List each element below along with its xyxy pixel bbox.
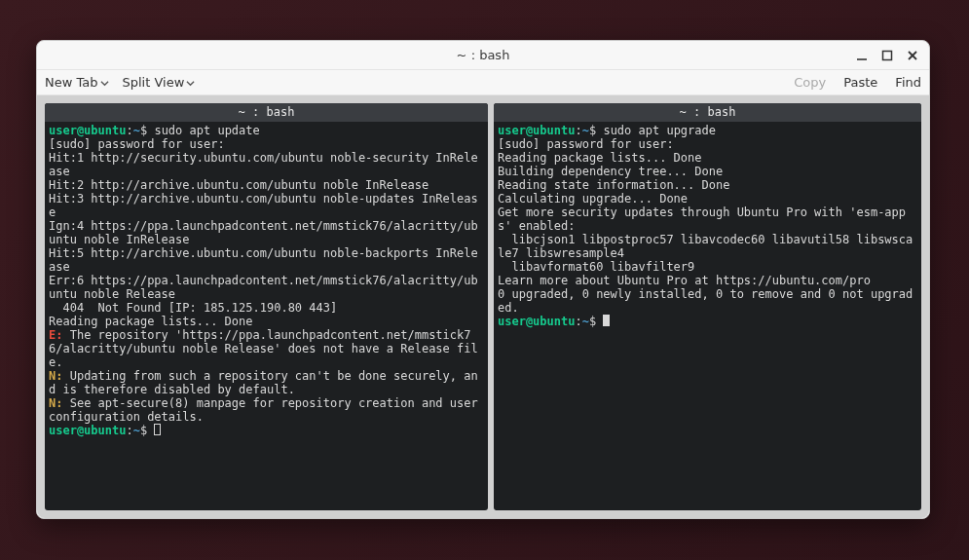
- terminal-output[interactable]: user@ubuntu:~$ sudo apt upgrade [sudo] p…: [494, 122, 921, 510]
- svg-rect-1: [883, 52, 892, 60]
- window-title: ~ : bash: [457, 48, 510, 62]
- maximize-button[interactable]: [876, 45, 898, 66]
- pane-title: ~ : bash: [494, 103, 921, 122]
- find-menu[interactable]: Find: [893, 73, 923, 92]
- terminal-pane-right[interactable]: ~ : bash user@ubuntu:~$ sudo apt upgrade…: [494, 103, 921, 510]
- terminal-window: ~ : bash New Tab Split View Cop: [36, 40, 930, 519]
- paste-menu[interactable]: Paste: [841, 73, 879, 92]
- window-controls: [851, 41, 923, 70]
- menubar: New Tab Split View Copy Paste Find: [37, 70, 929, 95]
- titlebar: ~ : bash: [37, 41, 929, 70]
- copy-menu: Copy: [792, 73, 828, 92]
- new-tab-menu[interactable]: New Tab: [43, 73, 111, 92]
- minimize-button[interactable]: [851, 45, 873, 66]
- pane-title: ~ : bash: [45, 103, 488, 122]
- split-view-label: Split View: [123, 75, 185, 90]
- split-view-menu[interactable]: Split View: [121, 73, 198, 92]
- close-button[interactable]: [902, 45, 923, 66]
- chevron-down-icon: [100, 79, 109, 88]
- terminal-output[interactable]: user@ubuntu:~$ sudo apt update [sudo] pa…: [45, 122, 488, 510]
- chevron-down-icon: [186, 79, 195, 88]
- split-panes: ~ : bash user@ubuntu:~$ sudo apt update …: [37, 95, 929, 518]
- new-tab-label: New Tab: [45, 75, 98, 90]
- terminal-pane-left[interactable]: ~ : bash user@ubuntu:~$ sudo apt update …: [45, 103, 488, 510]
